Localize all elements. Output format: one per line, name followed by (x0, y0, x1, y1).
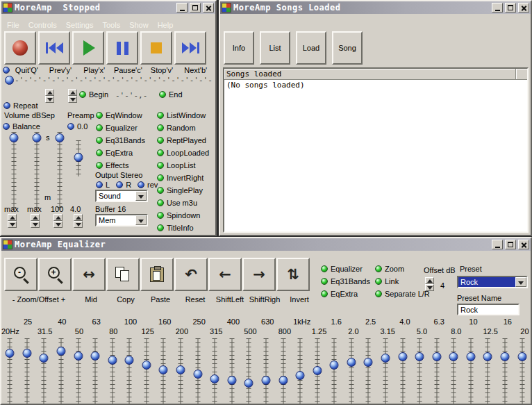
option-toggle[interactable]: LoopLoaded (157, 149, 209, 157)
eq-band-handle[interactable] (261, 376, 270, 385)
dropdown-arrow-icon[interactable] (515, 277, 526, 287)
eq-band-slider[interactable] (189, 338, 206, 404)
minimize-button[interactable] (176, 3, 188, 13)
next-button[interactable] (174, 31, 206, 65)
preamp-value-toggle[interactable]: 0.0 (67, 122, 88, 131)
spin-down-button[interactable] (53, 221, 63, 228)
eq-band-slider[interactable] (326, 338, 343, 404)
eq-band-handle[interactable] (159, 365, 168, 374)
eq-band-slider[interactable] (497, 338, 514, 404)
eq-band-handle[interactable] (517, 352, 526, 361)
eq-band-slider[interactable] (103, 338, 121, 404)
eq-band-slider[interactable] (87, 338, 104, 404)
spin-down-button[interactable] (31, 221, 40, 228)
play-button[interactable] (72, 31, 104, 65)
spin-down-button[interactable] (45, 96, 54, 103)
menu-item[interactable]: Tools (102, 21, 120, 29)
songs-list-body[interactable]: (No songs loaded) (224, 80, 527, 231)
indicator-toggle[interactable]: Equalizer (321, 265, 370, 273)
stop-button[interactable] (140, 31, 172, 65)
eq-band-slider[interactable] (121, 338, 138, 404)
eq-band-handle[interactable] (74, 352, 83, 361)
songs-toolbar-button[interactable]: Info (224, 31, 254, 65)
menu-item[interactable]: Controls (28, 21, 57, 29)
close-button[interactable] (518, 240, 529, 249)
shift-left-button[interactable]: ← (208, 258, 242, 291)
eq-band-slider[interactable] (292, 338, 309, 404)
eq-band-slider[interactable] (138, 338, 156, 404)
mem-dropdown[interactable]: Mem (95, 214, 148, 226)
indicator-toggle[interactable]: Link (375, 277, 430, 286)
eq-band-handle[interactable] (91, 352, 100, 361)
option-toggle[interactable]: TitleInfo (157, 224, 209, 232)
songs-titlebar[interactable]: MoreAmp Songs Loaded (220, 1, 531, 14)
eq-band-slider[interactable] (308, 338, 326, 404)
dbsep-slider[interactable] (32, 132, 41, 210)
eq-band-slider[interactable] (1, 338, 19, 404)
eq-band-slider[interactable] (258, 338, 275, 404)
eq-band-handle[interactable] (330, 361, 339, 370)
dropdown-arrow-icon[interactable] (135, 191, 147, 201)
close-button[interactable] (518, 3, 529, 13)
eq-band-slider[interactable] (206, 338, 224, 404)
eq-band-handle[interactable] (176, 365, 185, 374)
option-toggle[interactable]: EqWindow (96, 111, 145, 119)
seek-slider[interactable]: -'-'-'-'-'-'-'-'-'-'-'-'-'-'-'-'-'-'-'-'… (5, 76, 213, 85)
eq-band-handle[interactable] (313, 366, 322, 375)
spin-up-button[interactable] (8, 214, 17, 221)
eq-band-handle[interactable] (381, 354, 390, 363)
eq-band-handle[interactable] (125, 356, 134, 365)
option-toggle[interactable]: ListWindow (157, 111, 209, 119)
eq-band-handle[interactable] (108, 356, 117, 365)
eq-band-slider[interactable] (155, 338, 172, 404)
slider-handle[interactable] (32, 133, 41, 142)
eq-band-handle[interactable] (449, 352, 458, 361)
eq-band-slider[interactable] (19, 338, 36, 404)
menu-item[interactable]: Settings (66, 21, 94, 29)
eq-band-handle[interactable] (40, 354, 49, 363)
eq-band-slider[interactable] (411, 338, 429, 404)
eq-band-handle[interactable] (279, 376, 288, 385)
spin-down-button[interactable] (74, 221, 83, 228)
preset-dropdown[interactable]: Rock (457, 276, 528, 288)
mid-button[interactable]: ↔ (72, 258, 106, 291)
invert-button[interactable]: ⇅ (276, 258, 310, 291)
indicator-toggle[interactable]: Eq31Bands (321, 277, 370, 286)
spin-down-button[interactable] (8, 221, 17, 228)
channel-radio[interactable]: R (116, 181, 131, 189)
channel-radio[interactable]: L (96, 181, 110, 189)
eq-band-slider[interactable] (53, 338, 70, 404)
eq-band-slider[interactable] (479, 338, 497, 404)
eq-band-slider[interactable] (240, 338, 258, 404)
preamp-slider[interactable] (74, 140, 83, 176)
eq-band-slider[interactable] (69, 338, 87, 404)
menu-item[interactable]: File (7, 21, 19, 29)
repeat-toggle[interactable]: Repeat (3, 101, 38, 110)
option-toggle[interactable]: Spindown (157, 211, 209, 220)
option-toggle[interactable]: Effects (96, 161, 145, 170)
spin-down-button[interactable] (425, 284, 434, 291)
spin-up-button[interactable] (45, 89, 54, 96)
eq-band-slider[interactable] (224, 338, 241, 404)
preset-name-input[interactable] (457, 304, 519, 315)
spin-down-button[interactable] (68, 96, 77, 103)
balance-slider[interactable] (55, 132, 64, 210)
spin-up-button[interactable] (31, 214, 40, 221)
eq-band-handle[interactable] (398, 352, 407, 361)
menu-item[interactable]: Show (129, 21, 149, 29)
indicator-toggle[interactable]: Zoom (375, 265, 430, 273)
close-button[interactable] (203, 3, 214, 13)
eq-band-slider[interactable] (35, 338, 53, 404)
minimize-button[interactable] (492, 240, 503, 249)
maximize-button[interactable] (505, 3, 516, 13)
channel-radio[interactable]: rev (138, 181, 158, 189)
option-toggle[interactable]: Random (157, 124, 209, 132)
eq-band-handle[interactable] (22, 349, 31, 358)
equalizer-titlebar[interactable]: MoreAmp Equalizer (1, 238, 531, 251)
eq-band-handle[interactable] (501, 352, 510, 361)
eq-band-handle[interactable] (483, 352, 492, 361)
maximize-button[interactable] (505, 240, 516, 249)
eq-band-slider[interactable] (172, 338, 190, 404)
option-toggle[interactable]: Use m3u (157, 199, 209, 207)
sound-dropdown[interactable]: Sound (95, 190, 148, 202)
